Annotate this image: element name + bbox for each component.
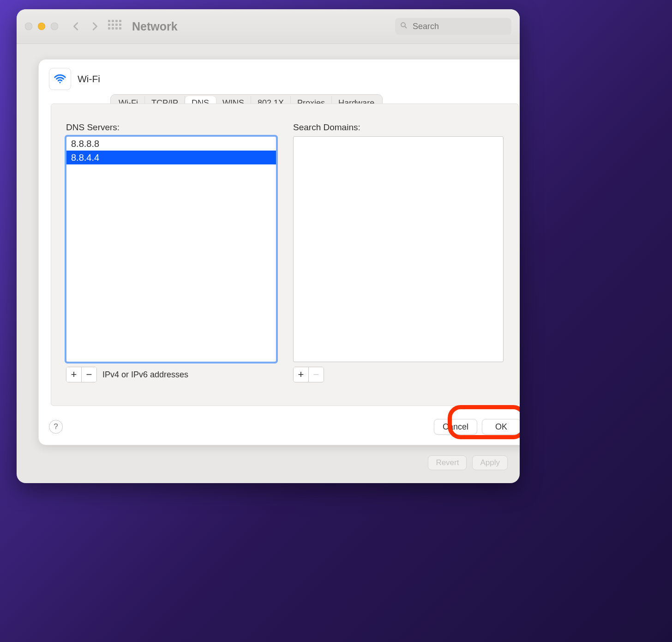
all-prefs-button[interactable] <box>108 20 121 33</box>
search-domains-title: Search Domains: <box>293 122 504 133</box>
dns-pane: DNS Servers: 8.8.8.88.8.4.4 + − IPv4 or … <box>51 103 519 406</box>
forward-button[interactable] <box>90 21 100 31</box>
system-prefs-window: Network Revert Apply Wi-Fi Wi-FiTCP/I <box>17 9 520 483</box>
dns-server-row[interactable]: 8.8.8.8 <box>66 137 276 151</box>
remove-domain-button: − <box>308 367 324 382</box>
window-title: Network <box>132 20 178 33</box>
remove-dns-button[interactable]: − <box>81 367 96 382</box>
network-config-sheet: Wi-Fi Wi-FiTCP/IPDNSWINS802.1XProxiesHar… <box>38 59 520 445</box>
svg-point-0 <box>401 23 405 27</box>
back-button[interactable] <box>71 21 81 31</box>
sheet-footer: ? Cancel OK <box>49 419 520 435</box>
search-domains-list[interactable] <box>293 136 504 362</box>
sheet-title: Wi-Fi <box>78 73 100 85</box>
ok-button[interactable]: OK <box>482 419 520 435</box>
sheet-header: Wi-Fi <box>39 60 520 95</box>
zoom-window-icon[interactable] <box>51 23 58 30</box>
search-input[interactable] <box>412 21 507 32</box>
svg-line-1 <box>405 26 407 28</box>
close-window-icon[interactable] <box>25 23 32 30</box>
dns-servers-title: DNS Servers: <box>66 122 276 133</box>
revert-button: Revert <box>428 455 467 470</box>
cancel-button[interactable]: Cancel <box>434 419 477 435</box>
minimize-window-icon[interactable] <box>38 23 45 30</box>
titlebar: Network <box>17 9 520 44</box>
wifi-icon <box>49 68 71 90</box>
window-controls <box>25 23 58 30</box>
search-domains-column: Search Domains: + − <box>293 122 504 382</box>
dns-server-row[interactable]: 8.8.4.4 <box>66 151 276 164</box>
search-icon <box>400 21 408 31</box>
dns-servers-list[interactable]: 8.8.8.88.8.4.4 <box>66 136 276 362</box>
svg-point-2 <box>59 82 60 83</box>
background-footer: Revert Apply <box>428 455 508 470</box>
help-button[interactable]: ? <box>49 420 63 434</box>
search-field[interactable] <box>395 18 511 35</box>
apply-button: Apply <box>472 455 508 470</box>
dns-hint: IPv4 or IPv6 addresses <box>102 370 188 380</box>
add-dns-button[interactable]: + <box>66 367 81 382</box>
add-domain-button[interactable]: + <box>294 367 308 382</box>
dns-servers-column: DNS Servers: 8.8.8.88.8.4.4 + − IPv4 or … <box>66 122 276 382</box>
